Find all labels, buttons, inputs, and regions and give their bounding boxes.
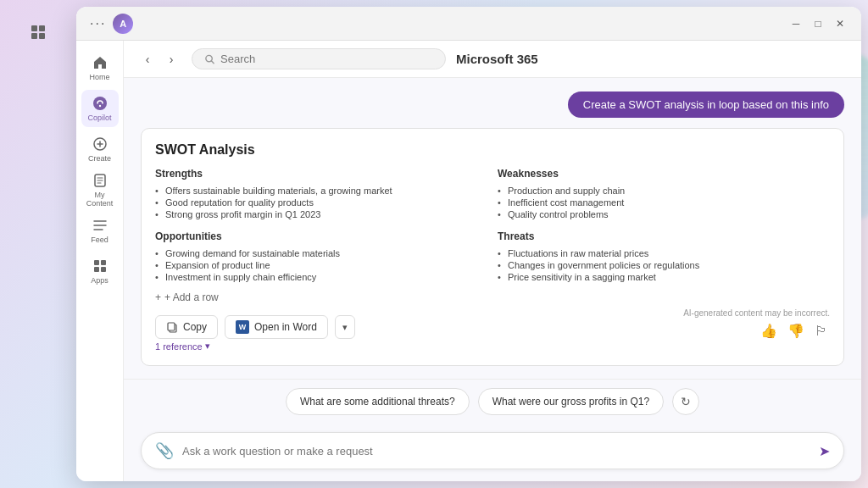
add-row-label: + Add a row [164, 291, 219, 303]
nav-arrows: ‹ › [137, 49, 181, 69]
main-area: Home Copilot Create My Content [76, 41, 861, 481]
close-button[interactable]: ✕ [832, 16, 848, 31]
list-item: Good reputation for quality products [155, 197, 487, 208]
sidebar-outer-grid[interactable] [17, 14, 59, 51]
title-bar-left: ··· A [90, 14, 788, 34]
sidebar-create-label: Create [88, 154, 111, 163]
reference-chevron-icon: ▾ [205, 341, 210, 352]
sidebar-item-copilot[interactable]: Copilot [81, 90, 119, 127]
suggestions-bar: What are some additional threats? What w… [124, 379, 861, 424]
opportunities-heading: Opportunities [155, 230, 487, 242]
list-item: Growing demand for sustainable materials [155, 247, 487, 259]
svg-rect-8 [94, 260, 99, 265]
input-box: 📎 ➤ [141, 432, 844, 469]
swot-title: SWOT Analysis [155, 142, 830, 158]
threats-list: Fluctuations in raw material prices Chan… [498, 247, 830, 283]
swot-weaknesses: Weaknesses Production and supply chain I… [498, 168, 830, 220]
open-in-word-label: Open in Word [254, 321, 317, 333]
flag-button[interactable]: 🏳 [813, 322, 830, 341]
swot-opportunities: Opportunities Growing demand for sustain… [155, 230, 487, 283]
card-actions: Copy W Open in Word ▾ AI-generated conte… [155, 313, 830, 341]
search-icon [204, 53, 215, 65]
svg-rect-2 [31, 33, 37, 39]
search-box[interactable] [192, 48, 446, 69]
maximize-button[interactable]: □ [810, 16, 826, 31]
list-item: Changes in government policies or regula… [498, 259, 830, 271]
back-button[interactable]: ‹ [137, 49, 158, 69]
plus-icon: + [155, 291, 161, 303]
list-item: Strong gross profit margin in Q1 2023 [155, 208, 487, 220]
weaknesses-heading: Weaknesses [498, 168, 830, 180]
list-item: Inefficient cost management [498, 197, 830, 208]
list-item: Offers sustainable building materials, a… [155, 185, 487, 197]
word-icon: W [236, 320, 249, 334]
refresh-suggestions-button[interactable]: ↻ [672, 388, 699, 415]
opportunities-list: Growing demand for sustainable materials… [155, 247, 487, 283]
strengths-list: Offers sustainable building materials, a… [155, 185, 487, 220]
sidebar-apps-label: Apps [91, 276, 108, 285]
feedback-buttons: 👍 👎 🏳 [759, 321, 830, 341]
action-buttons: Copy W Open in Word ▾ [155, 315, 355, 339]
minimize-button[interactable]: ─ [788, 16, 804, 31]
list-item: Investment in supply chain efficiency [155, 271, 487, 283]
sidebar-my-content-label: My Content [81, 191, 119, 208]
svg-rect-14 [168, 323, 175, 330]
search-input[interactable] [220, 53, 433, 65]
sidebar-item-apps[interactable]: Apps [81, 252, 119, 290]
thumbs-up-button[interactable]: 👍 [759, 321, 779, 341]
list-item: Price sensitivity in a sagging market [498, 271, 830, 283]
sidebar-copilot-label: Copilot [87, 114, 111, 122]
sidebar-item-feed[interactable]: Feed [81, 212, 119, 249]
list-item: Fluctuations in raw material prices [498, 247, 830, 259]
attach-button[interactable]: 📎 [155, 441, 174, 460]
window-controls: ─ □ ✕ [788, 16, 848, 31]
avatar[interactable]: A [113, 14, 133, 34]
app-window: ··· A ─ □ ✕ Home Copilot [76, 7, 861, 481]
sidebar-item-create[interactable]: Create [81, 130, 119, 168]
threats-heading: Threats [498, 230, 830, 242]
open-in-word-button[interactable]: W Open in Word [225, 315, 328, 339]
thumbs-down-button[interactable]: 👎 [786, 321, 806, 341]
suggestion-chip-1[interactable]: What were our gross profits in Q1? [478, 388, 664, 415]
more-options-icon[interactable]: ··· [90, 16, 106, 31]
ai-disclaimer: AI-generated content may be incorrect. [683, 308, 830, 318]
svg-rect-3 [39, 33, 45, 39]
sidebar-item-home[interactable]: Home [81, 49, 119, 86]
create-swot-button[interactable]: Create a SWOT analysis in loop based on … [568, 92, 844, 118]
swot-strengths: Strengths Offers sustainable building ma… [155, 168, 487, 220]
app-title: Microsoft 365 [456, 52, 538, 66]
sidebar-item-my-content[interactable]: My Content [81, 171, 119, 208]
list-item: Quality control problems [498, 208, 830, 220]
copy-button[interactable]: Copy [155, 315, 218, 339]
svg-rect-9 [101, 260, 106, 265]
svg-point-5 [98, 105, 100, 107]
copy-icon [166, 321, 178, 333]
list-item: Production and supply chain [498, 185, 830, 197]
strengths-heading: Strengths [155, 168, 487, 180]
add-row-button[interactable]: + + Add a row [155, 291, 830, 303]
svg-point-4 [93, 97, 107, 110]
top-bar: ‹ › Microsoft 365 [124, 41, 861, 78]
svg-rect-11 [101, 267, 106, 272]
input-area: 📎 ➤ [124, 424, 861, 481]
chat-area: Create a SWOT analysis in loop based on … [124, 78, 861, 379]
outer-sidebar [0, 0, 76, 488]
reference-row[interactable]: 1 reference ▾ [155, 341, 830, 352]
chat-input[interactable] [182, 445, 810, 458]
title-bar: ··· A ─ □ ✕ [76, 7, 861, 41]
weaknesses-list: Production and supply chain Inefficient … [498, 185, 830, 220]
sidebar-home-label: Home [89, 73, 109, 81]
word-dropdown-button[interactable]: ▾ [335, 315, 355, 339]
sidebar-feed-label: Feed [91, 236, 108, 244]
swot-card: SWOT Analysis Strengths Offers sustainab… [141, 128, 844, 366]
swot-grid: Strengths Offers sustainable building ma… [155, 168, 830, 283]
content-pane: ‹ › Microsoft 365 Create a SWOT analysis… [124, 41, 861, 481]
svg-rect-0 [31, 25, 37, 31]
list-item: Expansion of product line [155, 259, 487, 271]
suggestion-chip-0[interactable]: What are some additional threats? [286, 388, 470, 415]
forward-button[interactable]: › [161, 49, 181, 69]
swot-threats: Threats Fluctuations in raw material pri… [498, 230, 830, 283]
send-button[interactable]: ➤ [819, 443, 830, 459]
sidebar: Home Copilot Create My Content [76, 41, 124, 481]
svg-rect-10 [94, 267, 99, 272]
